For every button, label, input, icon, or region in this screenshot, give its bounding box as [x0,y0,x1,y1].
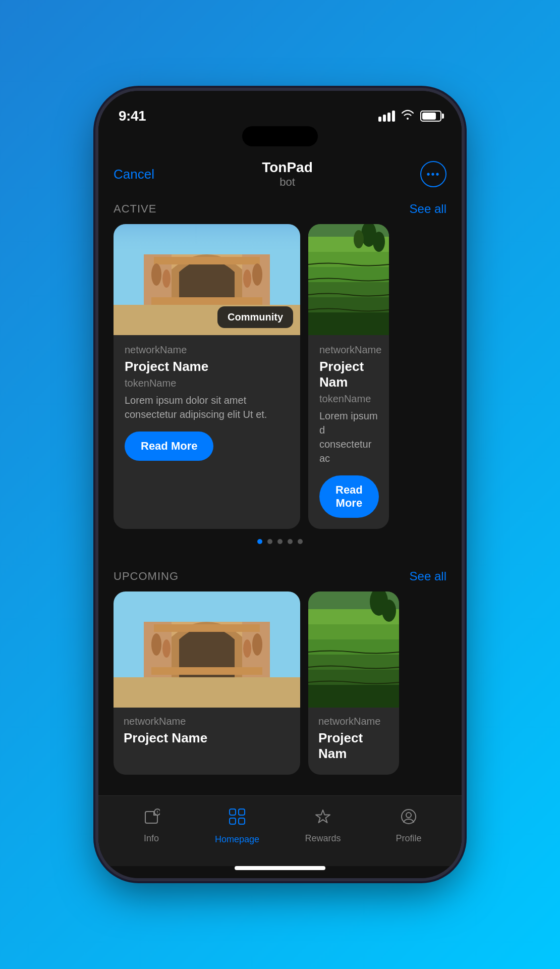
bottom-nav: Info Homepage [98,795,462,866]
svg-point-30 [151,633,161,656]
home-indicator [235,866,325,870]
info-icon [143,808,160,829]
svg-point-7 [151,263,161,286]
signal-icon [378,111,395,122]
nav-item-profile[interactable]: Profile [366,808,452,844]
active-label: ACTIVE [114,202,156,216]
homepage-icon [228,807,247,830]
active-card-2-partial: networkName Project Nam tokenName Lorem … [308,224,389,529]
status-time: 9:41 [119,108,146,124]
community-badge: Community [217,306,293,328]
card-2-token: tokenName [319,393,378,405]
active-cards-row: Community networkName Project Name token… [98,224,462,529]
dynamic-island [242,126,318,146]
svg-rect-6 [151,297,262,305]
dot-5 [298,539,303,544]
active-card-1: Community networkName Project Name token… [114,224,300,529]
svg-rect-29 [151,667,262,675]
upcoming-section-header: UPCOMING See all [98,564,462,591]
upcoming-card-1-network: networkName [124,716,290,727]
card-2-image [308,224,389,335]
app-subtitle: bot [262,176,313,189]
svg-point-8 [162,270,171,288]
more-options-button[interactable]: ••• [420,161,446,187]
pagination-dots [98,529,462,549]
cancel-button[interactable]: Cancel [114,167,154,182]
dot-1 [257,539,262,544]
svg-point-21 [373,232,385,252]
svg-rect-35 [308,682,399,708]
upcoming-section: UPCOMING See all [98,564,462,775]
app-title: TonPad [262,159,313,176]
ellipsis-icon: ••• [426,169,440,179]
svg-rect-48 [239,818,245,824]
upcoming-card-1-body: networkName Project Name [114,708,300,759]
upcoming-card-1: networkName Project Name [114,591,300,775]
card-1-network: networkName [125,344,289,356]
svg-point-9 [252,263,262,286]
app-header: Cancel TonPad bot ••• [98,151,462,197]
profile-icon [400,808,417,829]
upcoming-card-2-body: networkName Project Nam [308,708,399,775]
status-bar: 9:41 [98,91,462,131]
svg-point-43 [382,600,396,622]
dot-2 [267,539,272,544]
upcoming-see-all-button[interactable]: See all [410,569,446,583]
main-content: ACTIVE See all [98,197,462,795]
card-1-description: Lorem ipsum dolor sit amet consectetur a… [125,393,289,421]
nav-item-rewards[interactable]: Rewards [280,808,366,844]
svg-point-10 [243,270,251,288]
upcoming-card-2-image [308,591,399,708]
active-section: ACTIVE See all [98,197,462,549]
svg-rect-39 [308,622,399,639]
status-icons [378,109,441,123]
upcoming-card-1-image [114,591,300,708]
svg-rect-46 [239,809,245,815]
svg-rect-47 [230,818,236,824]
dot-4 [288,539,293,544]
upcoming-card-2-project: Project Nam [318,730,389,762]
svg-point-32 [252,633,262,656]
svg-rect-45 [230,809,236,815]
nav-rewards-label: Rewards [305,833,341,844]
card-2-read-more-button[interactable]: Read More [319,475,379,518]
header-center: TonPad bot [262,159,313,189]
active-section-header: ACTIVE See all [98,197,462,224]
nav-info-label: Info [144,833,159,844]
card-2-description: Lorem ipsum d consectetur ac [319,409,378,465]
svg-rect-28 [154,624,260,632]
card-2-project: Project Nam [319,359,378,390]
phone-frame: 9:41 Cancel [98,91,462,878]
upcoming-label: UPCOMING [114,570,179,583]
active-see-all-button[interactable]: See all [410,202,446,216]
battery-icon [420,111,441,122]
svg-point-33 [243,639,251,658]
svg-rect-24 [114,677,300,708]
wifi-icon [401,109,414,123]
upcoming-card-2-partial: networkName Project Nam [308,591,399,775]
upcoming-card-2-network: networkName [318,716,389,727]
card-1-body: networkName Project Name tokenName Lorem… [114,335,300,472]
nav-profile-label: Profile [396,833,421,844]
card-1-token: tokenName [125,378,289,389]
card-1-image: Community [114,224,300,335]
svg-rect-11 [114,224,300,254]
svg-point-50 [406,813,411,818]
rewards-icon [314,808,331,829]
svg-rect-5 [154,257,260,264]
card-1-project: Project Name [125,359,289,374]
dot-3 [277,539,283,544]
svg-point-22 [354,230,364,248]
nav-item-info[interactable]: Info [108,808,194,844]
nav-item-homepage[interactable]: Homepage [194,807,280,845]
upcoming-card-1-project: Project Name [124,730,290,746]
phone-screen: 9:41 Cancel [98,91,462,878]
card-2-body: networkName Project Nam tokenName Lorem … [308,335,389,529]
upcoming-cards-row: networkName Project Name [98,591,462,775]
nav-homepage-label: Homepage [215,834,259,845]
svg-point-31 [162,639,171,658]
card-2-network: networkName [319,344,378,356]
svg-rect-13 [308,310,389,335]
card-1-read-more-button[interactable]: Read More [125,432,213,461]
